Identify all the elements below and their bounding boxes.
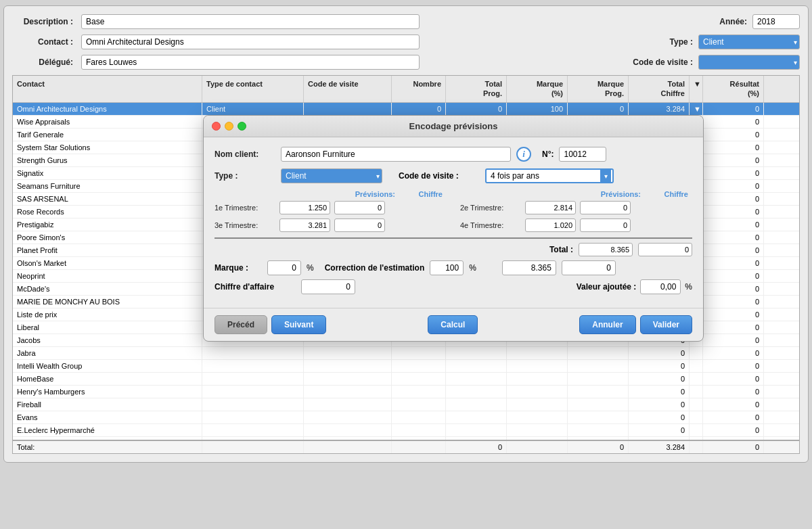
- correction-chiffre-input[interactable]: [562, 260, 616, 275]
- td-type: [202, 424, 304, 436]
- table-row[interactable]: Intelli Wealth Group 0 0: [13, 360, 799, 373]
- td-sep: ▼: [690, 103, 703, 115]
- valider-button[interactable]: Valider: [640, 315, 692, 334]
- table-row[interactable]: Omni Architectural Designs Client 0 0 10…: [13, 103, 799, 116]
- q1-row: 1e Trimestre:: [215, 201, 447, 214]
- prec-button[interactable]: Précéd: [215, 315, 267, 334]
- td-resultat: 0: [703, 231, 764, 244]
- minimize-button[interactable]: [225, 122, 233, 131]
- td-code: [304, 411, 392, 423]
- close-button[interactable]: [212, 122, 221, 131]
- delegue-input[interactable]: [81, 55, 420, 70]
- td-contact: Wise Appraisals: [13, 116, 202, 128]
- code-visite-select-wrapper: ▾: [698, 55, 800, 70]
- marque-value-input[interactable]: [267, 260, 301, 275]
- q2-row: 2e Trimestre:: [460, 201, 692, 214]
- total-section: Total :: [215, 237, 692, 256]
- q3-prev-input[interactable]: [279, 218, 330, 232]
- chiffre-header-left: Chiffre: [402, 190, 443, 198]
- q4-prev-input[interactable]: [525, 218, 576, 232]
- table-row[interactable]: Evans 0 0: [13, 411, 799, 424]
- modal-code-visite-label: Code de visite :: [399, 171, 480, 181]
- prev-header-left: Prévisions:: [341, 190, 395, 198]
- q2-prev-input[interactable]: [525, 201, 576, 214]
- q1-prev-input[interactable]: [279, 201, 330, 214]
- q4-row: 4e Trimestre:: [460, 218, 692, 232]
- footer-right-buttons: Annuler Valider: [579, 315, 692, 334]
- q3-chiffre-input[interactable]: [334, 218, 385, 232]
- annuler-button[interactable]: Annuler: [579, 315, 635, 334]
- td-totalchiffre: 0: [629, 411, 690, 423]
- td-contact: Evans: [13, 411, 202, 423]
- td-resultat: 0: [703, 308, 764, 321]
- td-marque: 100: [507, 103, 568, 115]
- total-marqueprog: 0: [568, 441, 629, 453]
- total-nombre: [392, 441, 446, 453]
- td-sep: [690, 424, 703, 436]
- q2-label: 2e Trimestre:: [460, 204, 521, 212]
- total-code: [304, 441, 392, 453]
- td-totalchiffre: 3.284: [629, 103, 690, 115]
- annee-input[interactable]: [752, 14, 800, 29]
- table-row[interactable]: Henry's Hamburgers 0 0: [13, 386, 799, 398]
- td-resultat: 0: [703, 244, 764, 256]
- n-input[interactable]: [559, 147, 606, 162]
- td-totalprog: [446, 386, 507, 398]
- correction-total-input[interactable]: [502, 260, 556, 275]
- description-input[interactable]: [81, 14, 420, 29]
- correction-input[interactable]: [430, 260, 464, 275]
- code-visite-select[interactable]: [698, 55, 800, 70]
- contact-input[interactable]: [81, 34, 420, 49]
- q2-chiffre-input[interactable]: [580, 201, 631, 214]
- td-resultat: 0: [703, 141, 764, 154]
- td-contact: Omni Architectural Designs: [13, 103, 202, 115]
- td-code: [304, 386, 392, 398]
- suivant-button[interactable]: Suivant: [271, 315, 326, 334]
- td-resultat: 0: [703, 360, 764, 372]
- td-resultat: 0: [703, 218, 764, 231]
- nom-client-input[interactable]: [281, 147, 511, 162]
- table-row[interactable]: E.Leclerc Hypermarché 0 0: [13, 424, 799, 437]
- maximize-button[interactable]: [238, 122, 246, 131]
- q4-chiffre-input[interactable]: [580, 218, 631, 232]
- total-chiffre-input[interactable]: [638, 243, 692, 256]
- q1-label: 1e Trimestre:: [215, 204, 275, 212]
- modal-type-select[interactable]: Client: [281, 168, 382, 183]
- footer-center-buttons: Calcul: [428, 315, 478, 334]
- total-totalchiffre: 3.284: [629, 441, 690, 453]
- code-visite-input[interactable]: [485, 168, 614, 183]
- chiffre-affaire-input[interactable]: [301, 279, 355, 294]
- modal-body: Nom client: i N°: Type : Client ▾ Code d…: [204, 137, 703, 308]
- td-resultat: 0: [703, 167, 764, 179]
- td-contact: Rose Records: [13, 206, 202, 218]
- correction-pct: %: [469, 263, 476, 273]
- td-contact: McDade's: [13, 283, 202, 295]
- td-contact: Liberal: [13, 321, 202, 334]
- total-prev-input[interactable]: [579, 243, 633, 256]
- quarters-left: Prévisions: Chiffre 1e Trimestre: 3e Tri…: [215, 190, 447, 232]
- td-nombre: [392, 360, 446, 372]
- quarters-right: Prévisions: Chiffre 2e Trimestre: 4e Tri…: [447, 190, 692, 232]
- td-nombre: [392, 386, 446, 398]
- total-resultat: 0: [703, 441, 764, 453]
- td-marque: [507, 360, 568, 372]
- td-marqueprog: [568, 360, 629, 372]
- type-select[interactable]: Client: [698, 34, 800, 49]
- q1-chiffre-input[interactable]: [334, 201, 385, 214]
- td-code: [304, 398, 392, 411]
- table-row[interactable]: Jabra 0 0: [13, 347, 799, 360]
- valeur-ajoutee-input[interactable]: [640, 279, 681, 294]
- footer-left-buttons: Précéd Suivant: [215, 315, 326, 334]
- td-totalchiffre: 0: [629, 347, 690, 359]
- modal-footer: Précéd Suivant Calcul Annuler Valider: [204, 308, 703, 341]
- total-marque: [507, 441, 568, 453]
- calcul-button[interactable]: Calcul: [428, 315, 478, 334]
- col-marque-prog: MarqueProg.: [568, 76, 629, 102]
- info-icon[interactable]: i: [516, 147, 531, 162]
- code-visite-group: Code de visite : ▾: [625, 55, 800, 70]
- td-marqueprog: [568, 398, 629, 411]
- td-marqueprog: [568, 411, 629, 423]
- chiffre-header-right: Chiffre: [648, 190, 688, 198]
- table-row[interactable]: HomeBase 0 0: [13, 373, 799, 386]
- table-row[interactable]: Fireball 0 0: [13, 398, 799, 411]
